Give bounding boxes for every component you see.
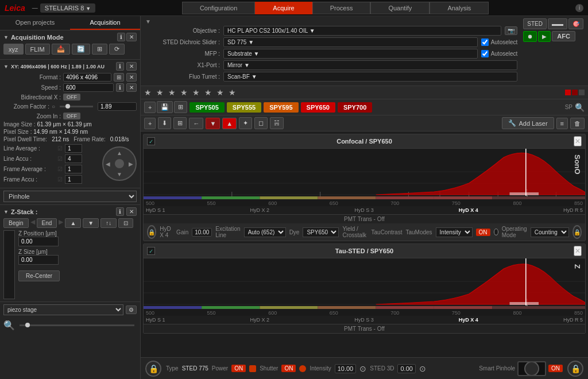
mfp-checkbox[interactable] — [481, 50, 489, 57]
bidirectional-toggle[interactable]: OFF — [63, 94, 80, 100]
extra-btn[interactable]: ⟳ — [109, 44, 125, 55]
line-avg-val[interactable]: 1 — [65, 144, 82, 153]
z-down-btn[interactable]: ▼ — [83, 218, 99, 228]
tab-acquire[interactable]: Acquire — [255, 2, 312, 14]
z-begin-btn[interactable]: Begin — [3, 218, 29, 228]
save-channel-btn[interactable]: 💾 — [157, 101, 173, 113]
xy-close-btn[interactable]: ✕ — [126, 62, 137, 71]
zoom-in-toggle[interactable]: OFF — [63, 113, 80, 119]
download-icon-btn[interactable]: 📥 — [52, 44, 70, 55]
frame-accu-val[interactable]: 1 — [65, 175, 82, 184]
draw-btn-2[interactable]: ⬇ — [158, 117, 171, 129]
ch1-taumodes-select[interactable]: Intensity — [436, 227, 473, 237]
intensity-val[interactable]: 10.00 — [335, 364, 357, 373]
list-btn[interactable]: ≡ — [556, 118, 568, 129]
star-5[interactable]: ★ — [192, 88, 200, 97]
system-name[interactable]: STELLARIS 8 ▼ — [40, 3, 95, 13]
afc-button[interactable]: AFC — [552, 31, 575, 41]
tab-acquisition[interactable]: Acquisition — [70, 16, 140, 30]
draw-btn-3[interactable]: ⊞ — [173, 117, 187, 129]
re-center-button[interactable]: Re-Center — [18, 270, 60, 281]
add-channel-btn[interactable]: + — [144, 102, 156, 113]
sp-search-icon[interactable]: 🔍 — [575, 103, 585, 112]
fluo-turret-value[interactable]: Scan-BF ▼ — [223, 72, 517, 82]
frame-avg-val[interactable]: 1 — [65, 165, 82, 173]
x1port-value[interactable]: Mirror ▼ — [223, 60, 517, 70]
flim-button[interactable]: FLIM — [25, 44, 50, 55]
z-size-input[interactable] — [18, 255, 59, 265]
laser-spy700[interactable]: SPY700 — [338, 102, 372, 113]
z-position-slider[interactable] — [3, 230, 15, 299]
laser-spy555[interactable]: SPY555 — [227, 102, 261, 113]
draw-btn-6[interactable]: ▲ — [222, 118, 237, 129]
ch1-excitation-select[interactable]: Auto (652) — [244, 227, 286, 237]
speed-icon-btn[interactable]: ℹ — [116, 83, 124, 92]
z-center-btn[interactable]: ⊡ — [118, 218, 133, 228]
sted-button[interactable]: STED — [523, 18, 547, 29]
xy-info-btn[interactable]: ℹ — [116, 62, 124, 71]
info-button[interactable]: i — [575, 4, 583, 12]
intensity-dial[interactable]: ⊙ — [359, 364, 366, 373]
nav-down-arrow[interactable]: ▼ — [117, 171, 122, 177]
zoom-slider[interactable] — [60, 106, 93, 107]
channel-2-checkbox[interactable]: ✓ — [147, 247, 155, 255]
stage-select[interactable]: piezo stage — [3, 304, 123, 315]
draw-btn-4[interactable]: ← — [189, 118, 203, 129]
star-3[interactable]: ★ — [168, 88, 176, 97]
channel-1-lock[interactable]: 🔒 — [147, 225, 156, 239]
draw-btn-1[interactable]: + — [144, 118, 156, 129]
info-icon-btn[interactable]: ℹ — [117, 33, 125, 41]
star-7[interactable]: ★ — [216, 88, 224, 97]
frame-avg-check[interactable]: ☑ — [57, 166, 63, 172]
speed-value[interactable]: 600 — [63, 83, 114, 92]
tab-quantify[interactable]: Quantify — [370, 2, 430, 14]
split-channel-btn[interactable]: ⊞ — [174, 101, 187, 113]
z-close-btn[interactable]: ✕ — [126, 207, 137, 216]
sted-dichroic-value[interactable]: SD 775 ▼ — [223, 37, 478, 47]
sted-icon-btn[interactable]: 🎯 — [568, 18, 583, 29]
z-reset-btn[interactable]: ↑↓ — [100, 218, 117, 228]
laser-spy595[interactable]: SPY595 — [264, 102, 298, 113]
format-icon-btn[interactable]: ⊞ — [114, 73, 124, 82]
ch1-dye-select[interactable]: SPY650 — [303, 227, 339, 237]
nav-up-arrow[interactable]: ▲ — [117, 150, 122, 156]
frame-accu-check[interactable]: ☑ — [57, 176, 63, 183]
ch1-gain-val[interactable]: 10.00 — [192, 228, 212, 237]
sted-pattern-btn[interactable]: ▬▬ — [548, 18, 567, 29]
objective-value[interactable]: HC PL APO CS2 100x/1.40 OIL ▼ — [223, 26, 501, 36]
sted-record-btn[interactable]: ⏺ — [523, 31, 537, 42]
bottom-lock-right[interactable]: 🔒 — [567, 361, 583, 377]
line-avg-check[interactable]: ☑ — [57, 145, 63, 152]
tab-configuration[interactable]: Configuration — [182, 2, 255, 14]
mfp-value[interactable]: Substrate ▼ — [223, 49, 478, 59]
line-accu-val[interactable]: 4 — [65, 154, 82, 163]
grid-icon-btn[interactable]: ⊞ — [92, 44, 107, 55]
channel-2-close[interactable]: ✕ — [574, 246, 582, 256]
xyz-button[interactable]: xyz — [3, 44, 24, 55]
format-value[interactable]: 4096 x 4096 — [63, 73, 111, 82]
navigation-wheel[interactable]: ▲ ▼ ◀ ▶ — [102, 146, 137, 181]
objective-icon-btn[interactable]: 📷 — [505, 26, 517, 35]
channel-1-checkbox[interactable]: ✓ — [147, 137, 155, 145]
sted-dichroic-autoselect[interactable]: Autoselect — [481, 38, 518, 46]
draw-btn-5[interactable]: ▼ — [206, 118, 220, 129]
z-up-btn[interactable]: ▲ — [65, 218, 81, 228]
refresh-icon-btn[interactable]: 🔄 — [72, 44, 90, 55]
star-2[interactable]: ★ — [156, 88, 164, 97]
close-icon-btn[interactable]: ✕ — [126, 33, 137, 41]
ch1-lock-right[interactable]: 🔒 — [572, 225, 582, 239]
laser-spy505[interactable]: SPY505 — [189, 102, 224, 113]
sted3d-val[interactable]: 0.00 — [397, 364, 415, 373]
mfp-autoselect[interactable]: Autoselect — [481, 50, 518, 57]
sted-play-btn[interactable]: ▶ — [538, 31, 551, 42]
star-8[interactable]: ★ — [229, 88, 236, 97]
nav-right-arrow[interactable]: ▶ — [129, 161, 133, 167]
speed-close-btn[interactable]: ✕ — [126, 83, 137, 92]
tab-analysis[interactable]: Analysis — [430, 2, 489, 14]
sted3d-dial[interactable]: ⊙ — [419, 364, 426, 373]
z-end-btn[interactable]: End — [37, 218, 57, 228]
star-6[interactable]: ★ — [204, 88, 212, 97]
format-close-btn[interactable]: ✕ — [126, 73, 137, 82]
bottom-lock-left[interactable]: 🔒 — [145, 361, 161, 377]
nav-center[interactable] — [115, 159, 124, 168]
